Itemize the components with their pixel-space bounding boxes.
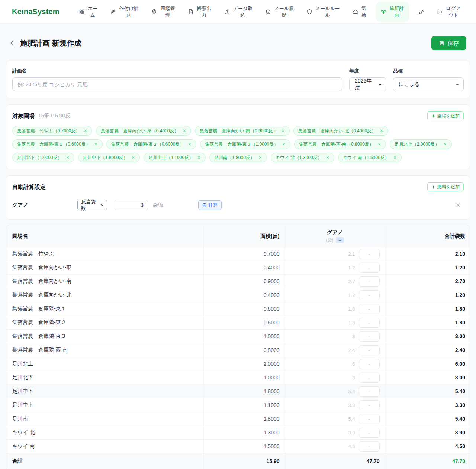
field-name-cell: 集落営農 倉庫隣-東２ [6,316,203,330]
fertilizer-amount-input[interactable] [359,428,380,438]
calc-method-value: 反当袋数 [81,198,100,212]
add-fertilizer-button[interactable]: 肥料を追加 [427,182,464,191]
area-cell: 1.1000 [203,398,285,412]
nav-item-key[interactable] [415,6,428,17]
close-icon[interactable] [326,156,329,159]
header-fertilizer: グアノ (袋) ≃ [285,226,385,247]
nav-item-weather[interactable]: 気象 [350,3,370,20]
close-icon[interactable] [282,142,286,146]
table-row: 集落営農 倉庫隣-東１ 0.6000 1.8 1.80 [6,302,470,316]
fertilizer-amount-input[interactable] [359,386,380,397]
area-cell: 1.8000 [203,385,285,398]
add-field-button[interactable]: 圃場を追加 [427,111,464,120]
remove-fertilizer-icon[interactable] [456,203,461,208]
fertilizer-amount-input[interactable] [359,263,380,273]
nav-item-fertilization-plan[interactable]: 施肥計画 [376,2,409,22]
area-cell: 0.4000 [203,288,285,302]
fertilizer-amount-input[interactable] [359,304,380,314]
field-tag[interactable]: 足川中下（1.8000反） [78,153,140,162]
nav-item-label: ログアウト [446,5,461,18]
main-nav: ホーム 作付け計画 圃場管理 帳票出力 データ取込 [76,2,464,22]
close-icon[interactable] [393,156,397,159]
back-button[interactable] [7,38,17,48]
close-icon[interactable] [380,129,383,133]
suggested-amount: 4.5 [348,444,355,449]
table-row: キウイ 北 1.3000 3.9 3.90 [6,426,470,440]
close-icon[interactable] [183,129,186,133]
field-name-cell: 集落営農 倉庫向かい-南 [6,275,203,288]
fertilizer-amount-input[interactable] [359,441,380,452]
page-title: 施肥計画 新規作成 [20,38,82,48]
year-select[interactable]: 2026年度 [349,77,386,91]
variety-select[interactable]: にこまる [393,77,464,91]
fertilizer-amount-input[interactable] [359,345,380,355]
nav-item-data-import[interactable]: データ取込 [221,3,256,20]
field-name-cell: 集落営農 竹やぶ [6,247,203,261]
field-tag[interactable]: 集落営農 倉庫隣-東３（1.0000反） [200,139,290,149]
fertilizer-amount-input[interactable] [359,290,380,300]
calculate-button[interactable]: 計算 [198,200,222,210]
nav-item-cropping-plan[interactable]: 作付け計画 [107,3,142,20]
field-tag-label: 足川中下（1.8000反） [83,155,128,161]
field-tag[interactable]: 足川北上（2.0000反） [390,139,452,149]
field-tag[interactable]: 足川北下（1.0000反） [12,153,74,162]
field-tag[interactable]: 足川南（1.8000反） [209,153,267,162]
suggested-amount: 5.4 [348,389,355,394]
nav-item-label: 施肥計画 [389,5,405,18]
calc-method-select[interactable]: 反当袋数 [77,200,107,210]
field-tag[interactable]: 集落営農 倉庫向かい-南（0.9000反） [195,126,290,136]
plan-name-input[interactable] [12,77,342,91]
fertilizer-name: グアノ [12,202,77,208]
chevron-down-icon [455,82,460,87]
close-icon[interactable] [377,142,381,146]
field-tag[interactable]: キウイ 北（1.3000反） [271,153,334,162]
nav-item-mail-rules[interactable]: メールルール [303,3,343,20]
logout-icon [437,9,443,15]
nav-item-report-output[interactable]: 帳票出力 [185,3,215,20]
nav-item-label: 作付け計画 [119,5,139,18]
close-icon[interactable] [66,156,70,159]
fertilizer-amount-input[interactable] [359,359,380,369]
brand-logo[interactable]: KeinaSystem [12,7,60,16]
area-cell: 0.6000 [203,302,285,316]
close-icon[interactable] [188,142,192,146]
close-icon[interactable] [197,156,201,159]
close-icon[interactable] [131,156,135,159]
nav-item-home[interactable]: ホーム [76,3,101,20]
field-tag[interactable]: 集落営農 倉庫向かい-東（0.4000反） [96,126,191,136]
area-cell: 1.5000 [203,440,285,453]
fertilizer-amount-input[interactable] [359,331,380,342]
field-tag[interactable]: 集落営農 竹やぶ（0.7000反） [12,126,92,136]
table-total-row: 合計 15.90 47.70 47.70 [6,453,470,469]
fertilizer-amount-input[interactable] [359,400,380,410]
area-cell: 0.9000 [203,275,285,288]
field-tag-label: 集落営農 倉庫隣-東１（0.6000反） [17,141,90,148]
field-tag[interactable]: 集落営農 倉庫隣-西-南（0.8000反） [294,139,386,149]
save-button[interactable]: 保存 [431,36,466,50]
fertilizer-amount-input[interactable] [359,276,380,287]
fertilizer-cell: 4.5 [285,440,385,453]
amount-input[interactable] [115,200,148,210]
field-tag[interactable]: キウイ 南（1.5000反） [338,153,402,162]
nav-item-mail-history[interactable]: メール履歴 [262,3,297,20]
nav-item-field-management[interactable]: 圃場管理 [148,3,178,20]
row-total-cell: 3.00 [385,330,470,343]
fertilizer-cell: 3 [285,371,385,385]
close-icon[interactable] [84,129,87,133]
field-tag[interactable]: 集落営農 倉庫隣-東２（0.6000反） [106,139,197,149]
fertilizer-amount-input[interactable] [359,373,380,383]
close-icon[interactable] [258,156,262,159]
approx-badge[interactable]: ≃ [336,237,344,243]
fertilizer-amount-input[interactable] [359,249,380,259]
field-tag[interactable]: 集落営農 倉庫隣-東１（0.6000反） [12,139,103,149]
nav-item-logout[interactable]: ログアウト [434,3,464,20]
close-icon[interactable] [94,142,98,146]
fertilizer-setting-row: グアノ 反当袋数 袋/反 計算 [12,200,464,213]
close-icon[interactable] [443,142,447,146]
row-total-cell: 5.40 [385,412,470,426]
field-tag[interactable]: 足川中上（1.1000反） [144,153,206,162]
close-icon[interactable] [281,129,285,133]
field-tag[interactable]: 集落営農 倉庫向かい-北（0.4000反） [293,126,388,136]
fertilizer-amount-input[interactable] [359,318,380,328]
fertilizer-amount-input[interactable] [359,414,380,424]
